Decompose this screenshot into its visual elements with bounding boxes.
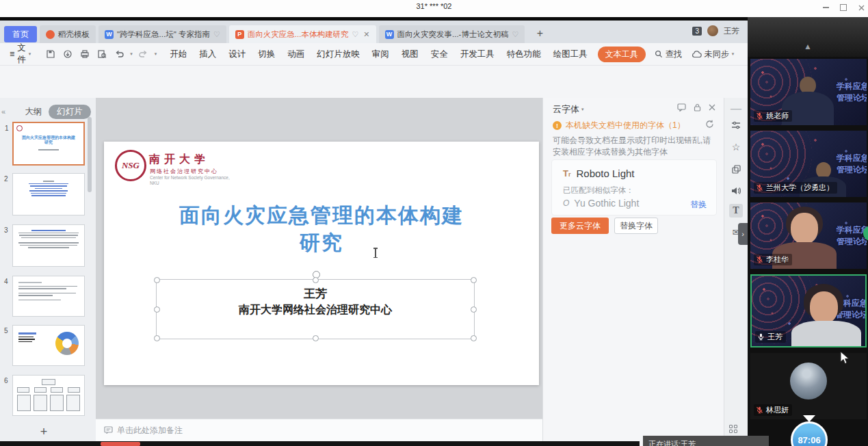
chevron-down-icon[interactable]: ▾	[130, 51, 133, 57]
thumb-logo	[16, 125, 23, 131]
tab-expert-guide[interactable]: W "跨学科应急...坛" 专家指南 ♡	[98, 25, 226, 43]
undo-icon[interactable]	[113, 48, 125, 60]
menu-bar: ≡ 文件 ▾ ▾ ▾ 开始 插入 设计 切换 动画 幻灯片放映 审阅 视图 安全…	[0, 43, 748, 66]
replace-font-button[interactable]: 替换字体	[614, 218, 658, 234]
message-count-badge[interactable]: 3	[692, 27, 702, 36]
pin-panel-icon[interactable]	[694, 103, 701, 112]
video-tile-participant-1[interactable]: 学科应急管理论坛 姚老师	[750, 59, 867, 125]
participant-silhouette	[791, 213, 818, 244]
comment-icon[interactable]	[677, 103, 686, 112]
menu-view[interactable]: 视图	[398, 49, 422, 60]
expand-strip-icon[interactable]: ›	[738, 223, 748, 245]
menu-features[interactable]: 特色功能	[503, 49, 544, 60]
objects-icon[interactable]	[729, 162, 743, 176]
drag-handle-icon[interactable]: —	[729, 102, 743, 116]
menu-review[interactable]: 审阅	[369, 49, 393, 60]
cloud-icon	[692, 51, 702, 58]
slide-thumbnail-4[interactable]: 4	[12, 276, 85, 317]
video-tile-participant-4-active[interactable]: 学科应急管理论坛 王芳	[750, 274, 867, 347]
selected-textbox[interactable]: 王芳 南开大学网络社会治理研究中心	[156, 279, 475, 339]
restore-icon[interactable]	[836, 3, 851, 12]
save-icon[interactable]	[44, 48, 57, 60]
audio-icon[interactable]	[729, 184, 743, 198]
video-tile-participant-2[interactable]: 学科应急管理论坛 兰州大学（沙勇忠）	[750, 131, 867, 197]
slide-thumbnail-6[interactable]: 6	[12, 375, 85, 416]
thumbnail-scrollbar[interactable]	[88, 117, 92, 192]
video-tile-participant-3[interactable]: 学科应急管理论坛 李桂华	[750, 202, 867, 269]
redo-icon[interactable]	[137, 48, 150, 60]
menu-security[interactable]: 安全	[428, 49, 451, 60]
gallery-view-icon[interactable]	[729, 425, 739, 434]
slide-canvas[interactable]: NSG 南开大学 网络社会治理研究中心 Center for Network S…	[104, 142, 539, 385]
menu-text-tools[interactable]: 文本工具	[598, 47, 646, 62]
resize-handle-se[interactable]	[471, 335, 477, 341]
resize-handle-ne[interactable]	[471, 277, 477, 283]
menu-design[interactable]: 设计	[225, 49, 249, 60]
missing-font-card: Tr Roboto Light 已匹配到相似字体： O Yu Gothic Li…	[551, 159, 717, 215]
new-tab-button[interactable]: +	[531, 25, 548, 42]
menu-devtools[interactable]: 开发工具	[457, 49, 498, 60]
file-menu[interactable]: ≡ 文件 ▾	[4, 42, 36, 66]
mic-muted-icon	[756, 112, 763, 120]
cloud-font-panel: 云字体▾ ! 本机缺失文档中使用的字体（1） 可能会导致文档在显示或打印时出现错…	[542, 98, 724, 446]
slide-thumbnail-5[interactable]: 5	[12, 325, 85, 366]
print-icon[interactable]	[79, 48, 91, 60]
virtual-bg-text: 学科应急管理论坛	[837, 224, 867, 248]
menu-insert[interactable]: 插入	[196, 49, 220, 60]
window-titlebar: 31* *** *02	[0, 0, 868, 17]
add-slide-button[interactable]: +	[34, 425, 53, 440]
tab-slides[interactable]: 幻灯片	[49, 105, 91, 119]
menu-start[interactable]: 开始	[166, 49, 190, 60]
search-icon	[655, 50, 663, 58]
more-cloud-fonts-button[interactable]: 更多云字体	[551, 218, 609, 234]
slide-title-line2[interactable]: 研究	[104, 229, 539, 257]
notes-bar[interactable]: 单击此处添加备注	[96, 419, 542, 441]
menu-transition[interactable]: 切换	[254, 49, 278, 60]
collapse-panel-icon[interactable]: «	[1, 107, 5, 116]
hamburger-icon: ≡	[10, 49, 14, 59]
favorite-icon[interactable]: ♡	[512, 30, 518, 39]
menu-slideshow[interactable]: 幻灯片放映	[313, 49, 363, 60]
tab-outline[interactable]: 大纲	[25, 106, 42, 118]
mic-muted-icon	[756, 256, 763, 263]
close-panel-icon[interactable]	[709, 104, 715, 111]
tab-home[interactable]: 首页	[4, 26, 37, 42]
replace-link[interactable]: 替换	[690, 199, 707, 211]
refresh-icon[interactable]	[705, 120, 714, 129]
export-icon[interactable]	[62, 48, 74, 60]
side-tool-strip: — ☆ T ✉	[724, 98, 748, 446]
scroll-up-participants-icon[interactable]: ▲	[748, 42, 868, 51]
author-name[interactable]: 王芳	[157, 286, 474, 302]
tab-ontology-ppt[interactable]: P 面向火灾应急...本体构建研究 ♡ ✕	[229, 25, 376, 43]
slide-title-line1[interactable]: 面向火灾应急管理的本体构建	[104, 202, 539, 230]
text-tool-icon[interactable]: T	[729, 204, 743, 218]
shapes-star-icon[interactable]: ☆	[729, 140, 743, 154]
menu-animation[interactable]: 动画	[284, 49, 308, 60]
slide-thumbnail-2[interactable]: 2	[12, 173, 85, 215]
author-affiliation[interactable]: 南开大学网络社会治理研究中心	[157, 303, 474, 317]
chevron-down-icon[interactable]: ▾	[155, 51, 157, 57]
missing-font-name: Roboto Light	[576, 168, 634, 179]
resize-handle-n[interactable]	[313, 277, 319, 283]
slide-thumbnail-3[interactable]: 3	[12, 224, 85, 267]
tab-thesis-draft[interactable]: W 面向火灾突发事...-博士论文初稿 ♡	[379, 25, 525, 43]
resize-handle-nw[interactable]	[154, 277, 160, 283]
chevron-down-icon: ▾	[581, 107, 584, 112]
find-button[interactable]: 查找	[655, 49, 682, 60]
tab-docer-templates[interactable]: 稻壳模板	[40, 25, 96, 43]
user-avatar[interactable]	[707, 25, 718, 36]
mic-muted-icon	[756, 406, 763, 414]
close-tab-icon[interactable]: ✕	[363, 30, 369, 39]
properties-icon[interactable]	[729, 118, 743, 132]
participant-name-tag: 林思妍	[754, 404, 792, 416]
resize-handle-sw[interactable]	[154, 335, 160, 341]
slide-thumbnail-1[interactable]: 1 面向火灾应急管理的本体构建 研究	[12, 122, 85, 166]
close-icon[interactable]	[854, 3, 868, 12]
print-preview-icon[interactable]	[96, 48, 108, 60]
menu-drawing-tools[interactable]: 绘图工具	[550, 49, 591, 60]
favorite-icon[interactable]: ♡	[352, 30, 358, 39]
sync-status[interactable]: 未同步▾	[692, 49, 735, 60]
favorite-icon[interactable]: ♡	[213, 30, 220, 39]
minimize-icon[interactable]	[818, 3, 833, 12]
resize-handle-s[interactable]	[313, 335, 319, 341]
